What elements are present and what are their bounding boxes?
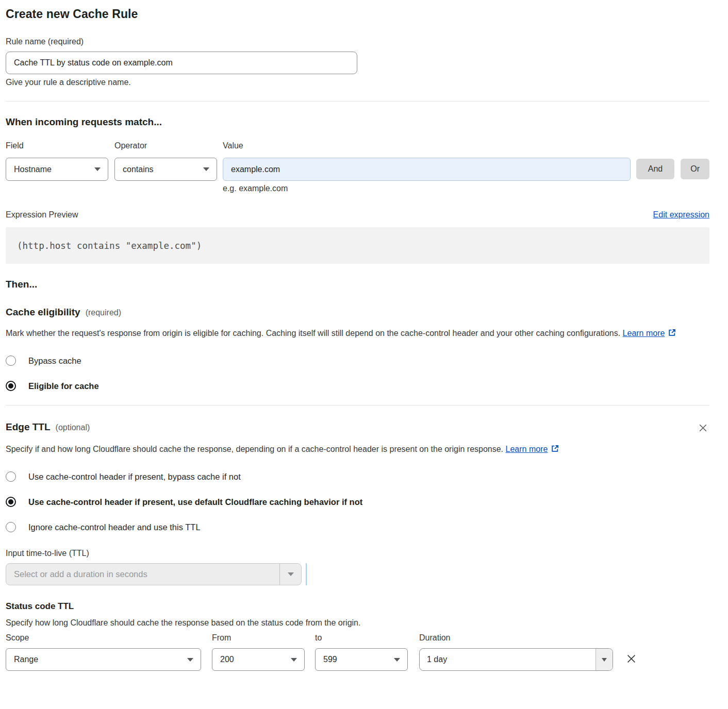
scope-select-value: Range xyxy=(14,655,38,664)
edit-expression-link[interactable]: Edit expression xyxy=(653,210,709,220)
delete-x-icon xyxy=(625,653,637,665)
expression-preview-row: Expression Preview Edit expression xyxy=(6,210,709,220)
ttl-select-placeholder: Select or add a duration in seconds xyxy=(6,564,279,585)
radio-checked-icon[interactable] xyxy=(6,497,16,507)
duration-select-value: 1 day xyxy=(420,649,595,670)
radio-option-bypass-cache[interactable]: Bypass cache xyxy=(6,356,709,366)
chevron-down-icon xyxy=(602,658,607,662)
radio-option-eligible-for-cache[interactable]: Eligible for cache xyxy=(6,381,709,391)
chevron-down-icon xyxy=(187,658,193,662)
chevron-down-icon xyxy=(288,572,294,576)
then-heading: Then... xyxy=(6,279,709,290)
radio-option-use-header-default[interactable]: Use cache-control header if present, use… xyxy=(6,497,709,507)
from-label: From xyxy=(212,633,305,643)
learn-more-link[interactable]: Learn more xyxy=(506,445,548,453)
status-code-ttl-row: Scope Range From 200 to 599 Duration 1 d… xyxy=(6,633,709,671)
spacer xyxy=(636,141,709,158)
status-code-ttl-heading: Status code TTL xyxy=(6,601,709,612)
cache-eligibility-heading-row: Cache eligibility (required) xyxy=(6,307,709,318)
page-title: Create new Cache Rule xyxy=(6,7,709,21)
ttl-select-focus-indicator xyxy=(306,563,307,585)
delete-status-ttl-row-button[interactable] xyxy=(624,652,638,667)
chevron-down-icon xyxy=(394,658,400,662)
status-code-ttl-description: Specify how long Cloudflare should cache… xyxy=(6,618,709,628)
close-edge-ttl-button[interactable] xyxy=(697,421,709,436)
section-divider xyxy=(6,101,709,102)
chevron-down-icon xyxy=(203,167,209,171)
from-select-value: 200 xyxy=(220,655,234,664)
external-link-icon xyxy=(668,328,676,337)
optional-tag: (optional) xyxy=(56,423,90,432)
rule-name-label: Rule name (required) xyxy=(6,37,709,46)
chevron-down-icon xyxy=(291,658,297,662)
duration-label: Duration xyxy=(419,633,613,643)
scope-select[interactable]: Range xyxy=(6,648,201,671)
operator-select[interactable]: contains xyxy=(114,158,217,181)
radio-checked-icon[interactable] xyxy=(6,381,16,391)
required-tag: (required) xyxy=(86,308,121,317)
and-button[interactable]: And xyxy=(636,159,674,179)
or-button[interactable]: Or xyxy=(681,159,709,179)
section-divider xyxy=(6,405,709,406)
expression-code-block: (http.host contains "example.com") xyxy=(6,227,709,264)
field-select[interactable]: Hostname xyxy=(6,158,108,181)
radio-option-use-header-bypass[interactable]: Use cache-control header if present, byp… xyxy=(6,471,709,482)
learn-more-link[interactable]: Learn more xyxy=(623,329,665,337)
chevron-down-icon xyxy=(94,167,101,171)
edge-ttl-heading: Edge TTL xyxy=(6,421,51,433)
to-label: to xyxy=(315,633,408,643)
field-label: Field xyxy=(6,141,108,150)
scope-label: Scope xyxy=(6,633,201,643)
to-select-value: 599 xyxy=(323,655,337,664)
close-icon xyxy=(698,423,708,433)
match-builder-row: Field Hostname Operator contains Value e… xyxy=(6,141,709,193)
ttl-input-row: Select or add a duration in seconds xyxy=(6,563,709,585)
external-link-icon xyxy=(551,444,559,453)
duration-select-arrow[interactable] xyxy=(595,649,613,670)
edge-ttl-header: Edge TTL (optional) xyxy=(6,421,709,436)
rule-name-input[interactable] xyxy=(6,52,357,74)
radio-icon[interactable] xyxy=(6,522,16,532)
duration-select[interactable]: 1 day xyxy=(419,648,613,671)
radio-option-ignore-header[interactable]: Ignore cache-control header and use this… xyxy=(6,522,709,532)
cache-eligibility-heading: Cache eligibility xyxy=(6,307,80,318)
operator-label: Operator xyxy=(114,141,217,150)
create-cache-rule-form: Create new Cache Rule Rule name (require… xyxy=(0,0,728,709)
edge-ttl-description: Specify if and how long Cloudflare shoul… xyxy=(6,442,578,457)
expression-preview-label: Expression Preview xyxy=(6,210,78,220)
to-select[interactable]: 599 xyxy=(315,648,408,671)
value-help: e.g. example.com xyxy=(223,184,631,193)
ttl-input-label: Input time-to-live (TTL) xyxy=(6,549,709,558)
field-select-value: Hostname xyxy=(14,165,52,174)
value-label: Value xyxy=(223,141,631,150)
from-select[interactable]: 200 xyxy=(212,648,305,671)
value-input[interactable] xyxy=(223,158,631,181)
radio-icon[interactable] xyxy=(6,356,16,366)
expression-code: (http.host contains "example.com") xyxy=(17,241,202,251)
rule-name-help: Give your rule a descriptive name. xyxy=(6,78,709,87)
cache-eligibility-description: Mark whether the request's response from… xyxy=(6,326,699,341)
radio-icon[interactable] xyxy=(6,471,16,482)
ttl-duration-select[interactable]: Select or add a duration in seconds xyxy=(6,563,302,585)
match-heading: When incoming requests match... xyxy=(6,116,709,128)
ttl-select-arrow[interactable] xyxy=(279,564,301,585)
operator-select-value: contains xyxy=(123,165,154,174)
